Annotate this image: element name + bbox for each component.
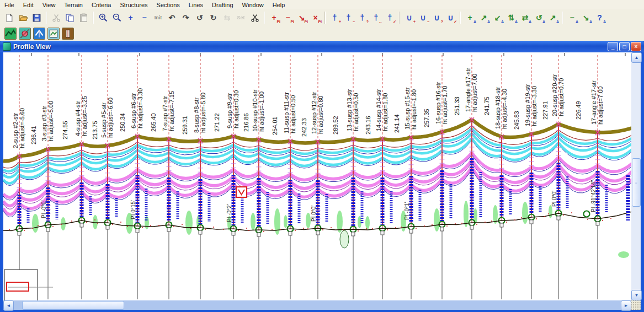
vertical-scroll-thumb[interactable]: = xyxy=(632,158,641,207)
increase-button[interactable]: + xyxy=(124,12,137,24)
hide-a-button[interactable]: −A xyxy=(566,12,578,24)
sag-up-button[interactable]: ↗A xyxy=(477,12,490,24)
survey-dot xyxy=(514,219,515,220)
sag-auto-button[interactable]: ↺A xyxy=(533,12,545,24)
check-structure-button[interactable]: †✓ xyxy=(384,12,396,24)
overview-inset[interactable] xyxy=(4,270,38,300)
sag-down-button[interactable]: ↙A xyxy=(491,12,504,24)
title-bar[interactable]: Profile View _□× xyxy=(0,41,644,52)
menu-lines[interactable]: Lines xyxy=(184,1,207,9)
zoom-in-button[interactable] xyxy=(97,12,109,24)
profile-view-button[interactable] xyxy=(4,28,17,40)
menu-terrain[interactable]: Terrain xyxy=(60,1,87,9)
structure-label[interactable]: 17-angle #17-strht adjust=7.00 xyxy=(465,68,478,112)
structure-label[interactable]: 20-susp #20-strht adjust=0.70 xyxy=(551,74,565,116)
delete-pi-button[interactable]: −PI xyxy=(281,12,294,24)
structure-label[interactable]: 13-susp #13-strht adjust=0.50 xyxy=(346,89,359,131)
structure-view-button[interactable] xyxy=(62,28,74,40)
rotate-ccw-button[interactable]: ↺ xyxy=(193,12,206,24)
minimize-button[interactable]: _ xyxy=(608,42,618,51)
rotate-right-button[interactable]: ↷ xyxy=(179,12,192,24)
menu-window[interactable]: Window xyxy=(238,1,268,9)
set-button[interactable]: Set xyxy=(235,12,247,24)
sag-add-icon-sub: A xyxy=(473,20,476,24)
sag-swap-button[interactable]: ⇅A xyxy=(505,12,518,24)
profile-canvas[interactable]: 236.41274.55213.75250.34265.40259.31271.… xyxy=(3,52,631,300)
sag-move-button[interactable]: ⇄A xyxy=(519,12,531,24)
structure-label[interactable]: 19-susp #19-strht adjust=-3.30 xyxy=(524,84,537,126)
scroll-right-button[interactable]: ► xyxy=(621,300,631,311)
selection-marker[interactable] xyxy=(236,187,247,197)
sag-abc-button[interactable]: ↗A xyxy=(546,12,559,24)
conductor-curve xyxy=(48,144,82,149)
structure-label[interactable]: 7-susp #7-strht adjust=-7.15 xyxy=(162,91,175,131)
structure-label[interactable]: 9-susp #9-strht adjust=0.30 xyxy=(226,90,239,128)
add-section-button[interactable]: ∪+ xyxy=(403,12,416,24)
cut-button[interactable] xyxy=(50,12,62,24)
maximize-button[interactable]: □ xyxy=(619,42,630,51)
move-structure-button[interactable]: †↔ xyxy=(370,12,382,24)
add-structure-button[interactable]: †+ xyxy=(328,12,341,24)
scroll-left-button[interactable]: ◄ xyxy=(3,300,14,311)
plan-view-button[interactable] xyxy=(19,28,31,40)
section-info-button[interactable]: ∪? xyxy=(430,12,443,24)
horizontal-scrollbar[interactable]: ◄ ► xyxy=(3,300,631,310)
menu-view[interactable]: View xyxy=(38,1,60,9)
menu-file[interactable]: File xyxy=(0,1,19,9)
3d-view-button[interactable] xyxy=(33,28,45,40)
menu-drafting[interactable]: Drafting xyxy=(207,1,238,9)
rotate-left-button[interactable]: ↶ xyxy=(166,12,178,24)
init-button[interactable]: Init xyxy=(152,12,164,24)
span-length-label: 250.34 xyxy=(119,113,126,132)
structure-label[interactable]: 6-susp #6-strht adjust=-3.30 xyxy=(130,88,143,128)
clip-button[interactable] xyxy=(248,12,261,24)
sag-add-button[interactable]: +A xyxy=(464,12,476,24)
delete-structure-button[interactable]: †− xyxy=(342,12,355,24)
delete-section-button[interactable]: ∪− xyxy=(417,12,429,24)
menu-structures[interactable]: Structures xyxy=(115,1,152,9)
survey-dot xyxy=(366,228,367,229)
structure-label[interactable]: 18-susp #18-strht adjust=-4.30 xyxy=(494,87,508,129)
remove-pi-button[interactable]: ×PI xyxy=(309,12,322,24)
section-check-button[interactable]: ∪✓ xyxy=(444,12,457,24)
survey-dot xyxy=(461,223,462,224)
new-file-button[interactable] xyxy=(3,12,15,24)
structure-label[interactable]: 5-susp #5-strht adjust=-6.60 xyxy=(100,98,114,138)
structure-label[interactable]: 11-susp #11-strht adjust=0.50 xyxy=(283,92,296,133)
structure-label[interactable]: 17-angle #17-strht adjust=7.00 xyxy=(590,80,604,125)
zoom-out-button[interactable] xyxy=(110,12,123,24)
close-button[interactable]: × xyxy=(631,42,641,51)
move-a-button[interactable]: ↘A xyxy=(579,12,592,24)
structure-info-button[interactable]: †? xyxy=(356,12,369,24)
structure-label[interactable]: 16-susp #16-strht adjust=1.70 xyxy=(435,82,448,124)
query-a-button[interactable]: ?A xyxy=(593,12,606,24)
scroll-up-button[interactable]: ▲ xyxy=(631,52,642,63)
survey-dot xyxy=(86,222,87,223)
add-pi-button[interactable]: +PI xyxy=(268,12,280,24)
paste-button[interactable] xyxy=(77,12,90,24)
menu-help[interactable]: Help xyxy=(268,1,290,9)
structure-label[interactable]: 12-susp #12-strht adjust=0.80 xyxy=(311,92,324,134)
open-file-button[interactable] xyxy=(17,12,29,24)
move-pi-button[interactable]: ↘PI xyxy=(295,12,308,24)
menu-criteria[interactable]: Criteria xyxy=(87,1,115,9)
sheet-view-button[interactable] xyxy=(47,28,60,40)
structure-label[interactable]: 2-susp #2-strht adjust=-5.60 xyxy=(12,108,25,148)
vertical-scrollbar[interactable]: ▲ = ▼ xyxy=(631,52,641,300)
decrease-button[interactable]: − xyxy=(138,12,151,24)
rotate-cw-button[interactable]: ↻ xyxy=(207,12,220,24)
structure-label[interactable]: 15-susp #15-strht adjust=-1.80 xyxy=(404,87,417,130)
resize-gripper[interactable] xyxy=(631,300,641,310)
save-file-button[interactable] xyxy=(30,12,43,24)
snap-button[interactable]: ⇆ xyxy=(221,12,233,24)
copy-button[interactable] xyxy=(63,12,76,24)
menu-sections[interactable]: Sections xyxy=(152,1,184,9)
menu-edit[interactable]: Edit xyxy=(19,1,38,9)
structure-label[interactable]: 8-susp #8-strht adjust=-5.80 xyxy=(193,93,206,133)
structure-label[interactable]: 3-susp #3-strht adjust=-5.00 xyxy=(41,101,54,141)
structure-label[interactable]: 10-susp #10-strht adjust=-1.00 xyxy=(252,89,265,132)
structure-label[interactable]: 4-susp #4-strht adjust=-3.25 xyxy=(74,96,88,136)
scroll-down-button[interactable]: ▼ xyxy=(631,290,642,300)
horizontal-scroll-thumb[interactable] xyxy=(22,301,124,310)
structure-label[interactable]: 14-susp #14-strht adjust=1.80 xyxy=(375,89,388,131)
